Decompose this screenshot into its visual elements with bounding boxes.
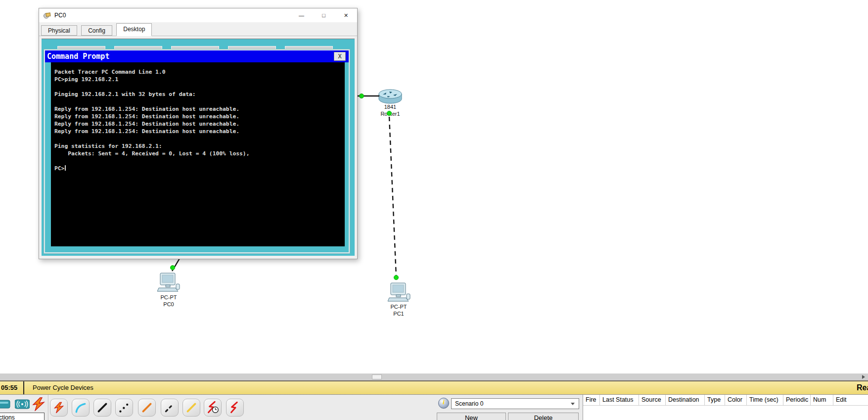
tab-physical[interactable]: Physical <box>41 25 77 36</box>
col-num: Num <box>811 395 833 405</box>
pdu-list-table: Fire Last Status Source Destination Type… <box>583 395 868 420</box>
terminal-line <box>54 98 345 106</box>
pc-window-icon <box>44 12 51 19</box>
scroll-right-icon[interactable] <box>862 375 865 379</box>
switch-category-icon[interactable] <box>0 399 11 412</box>
terminal-line: Reply from 192.168.1.254: Destination ho… <box>54 113 345 121</box>
pc1-device[interactable] <box>388 282 411 305</box>
simulation-time: 05:55 <box>1 381 17 394</box>
scrollbar-thumb[interactable] <box>372 374 382 379</box>
pc1-name-label: PC1 <box>376 311 421 317</box>
pc0-window: PC0 — □ ✕ Physical Config Desktop Comman… <box>39 8 358 259</box>
command-prompt-titlebar[interactable]: Command Prompt X <box>45 50 349 62</box>
terminal-line: Reply from 192.168.1.254: Destination ho… <box>54 121 345 128</box>
phone-connection-button[interactable] <box>161 399 179 417</box>
scenario-dropdown[interactable]: Scenario 0 <box>451 398 579 409</box>
terminal-line: PC>ping 192.168.2.1 <box>54 76 345 84</box>
new-scenario-button[interactable]: New <box>437 413 506 420</box>
scenario-info-icon[interactable]: i <box>438 398 449 409</box>
copper-cross-over-button[interactable] <box>115 399 133 417</box>
link-status-green-dot <box>359 93 364 98</box>
terminal-line: Reply from 192.168.1.254: Destination ho… <box>54 106 345 113</box>
col-color: Color <box>725 395 747 405</box>
col-last-status: Last Status <box>600 395 639 405</box>
fiber-connection-button[interactable] <box>138 399 156 417</box>
chevron-down-icon <box>571 403 575 405</box>
automatic-connection-button[interactable] <box>50 399 68 417</box>
pc0-name-label: PC0 <box>146 301 191 307</box>
console-connection-button[interactable] <box>72 399 90 417</box>
delete-scenario-button[interactable]: Delete <box>508 413 579 420</box>
col-destination: Destination <box>666 395 705 405</box>
bottom-toolbar: Connections <box>0 394 868 420</box>
maximize-icon[interactable]: □ <box>313 8 335 22</box>
router-model-label: 1841 <box>368 104 412 110</box>
realtime-status-bar: 05:55 Power Cycle Devices Realtime <box>0 380 868 394</box>
terminal-prompt-line: PC> <box>54 165 345 173</box>
connections-category-label: Connections <box>0 413 45 420</box>
pc0-device[interactable] <box>157 273 181 295</box>
col-time-sec: Time (sec) <box>747 395 783 405</box>
desktop-tab-content: Command Prompt X Packet Tracer PC Comman… <box>42 39 355 256</box>
serial-dce-button[interactable] <box>204 399 222 417</box>
col-source: Source <box>639 395 666 405</box>
terminal-line: Packet Tracer PC Command Line 1.0 <box>54 69 345 76</box>
col-type: Type <box>705 395 725 405</box>
router-icon <box>378 88 402 105</box>
terminal-body-frame: Packet Tracer PC Command Line 1.0 PC>pin… <box>45 62 349 252</box>
connections-category-icon[interactable] <box>31 397 46 413</box>
terminal-line: Pinging 192.168.2.1 with 32 bytes of dat… <box>54 91 345 98</box>
col-fire: Fire <box>583 395 600 405</box>
terminal-line <box>54 136 345 143</box>
terminal-line: Ping statistics for 192.168.2.1: <box>54 143 345 150</box>
pc-icon <box>388 282 411 303</box>
packet-tracer-app: 1841 Router1 PC-PT PC0 PC-PT P <box>0 0 868 420</box>
terminal-line <box>54 158 345 165</box>
horizontal-scrollbar[interactable] <box>0 373 868 380</box>
terminal-screen[interactable]: Packet Tracer PC Command Line 1.0 PC>pin… <box>51 62 345 246</box>
pdu-table-header-row: Fire Last Status Source Destination Type… <box>583 395 868 406</box>
power-cycle-devices-button[interactable]: Power Cycle Devices <box>33 381 93 394</box>
router-name-label: Router1 <box>368 111 412 117</box>
serial-dte-button[interactable] <box>226 399 244 417</box>
wireless-device-category-icon[interactable] <box>15 399 30 412</box>
tab-realtime[interactable]: Realtime <box>857 381 868 394</box>
col-edit: Edit <box>833 395 868 405</box>
window-title: PC0 <box>54 12 66 19</box>
pc0-window-titlebar[interactable]: PC0 — □ ✕ <box>39 8 357 22</box>
tab-config[interactable]: Config <box>81 25 112 36</box>
link-status-green-dot <box>170 265 175 270</box>
tab-desktop[interactable]: Desktop <box>116 23 152 36</box>
pc1-model-label: PC-PT <box>376 304 421 310</box>
terminal-close-button[interactable]: X <box>334 52 346 61</box>
pc0-tabbar: Physical Config Desktop <box>39 22 357 36</box>
toolbar-divider <box>48 395 48 420</box>
command-prompt-title: Command Prompt <box>47 52 109 61</box>
terminal-line <box>54 84 345 91</box>
copper-straight-through-button[interactable] <box>93 399 111 417</box>
command-prompt-window: Command Prompt X Packet Tracer PC Comman… <box>44 49 350 253</box>
pc-icon <box>157 273 181 293</box>
statusbar-divider <box>23 381 24 394</box>
terminal-line: Reply from 192.168.1.254: Destination ho… <box>54 128 345 136</box>
pc0-model-label: PC-PT <box>146 294 191 300</box>
scenario-selected-value: Scenario 0 <box>455 400 483 407</box>
col-periodic: Periodic <box>783 395 811 405</box>
terminal-line: Packets: Sent = 4, Received = 0, Lost = … <box>54 150 345 158</box>
coaxial-connection-button[interactable] <box>183 399 200 417</box>
link-status-green-dot <box>394 275 398 280</box>
close-icon[interactable]: ✕ <box>335 8 357 22</box>
minimize-icon[interactable]: — <box>290 8 313 22</box>
